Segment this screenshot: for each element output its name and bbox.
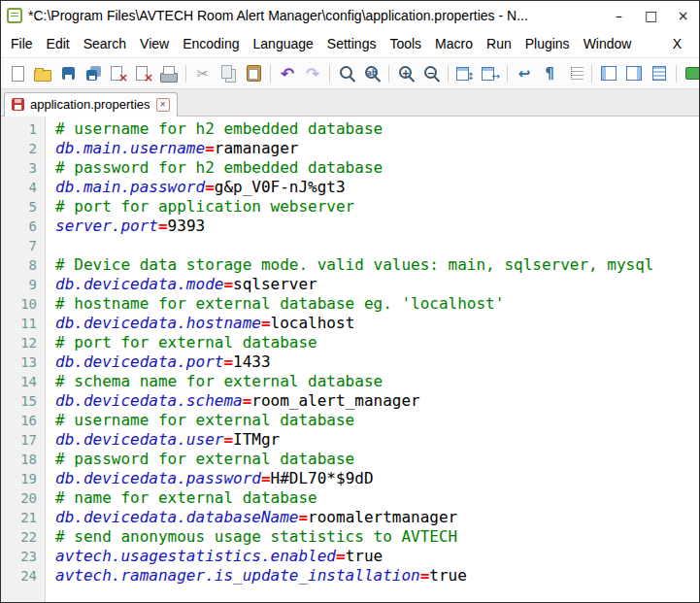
- menu-item-plugins[interactable]: Plugins: [518, 33, 577, 54]
- maximize-button[interactable]: □: [635, 1, 667, 30]
- code-line[interactable]: db.devicedata.hostname=localhost: [55, 314, 699, 333]
- code-line[interactable]: # username for external database: [55, 411, 699, 430]
- redo-icon[interactable]: ↷: [301, 62, 324, 85]
- function-list-icon[interactable]: [597, 62, 620, 85]
- document-list-icon[interactable]: [648, 62, 671, 85]
- token-value[interactable]: H#DL70*$9dD: [271, 469, 374, 487]
- code-line[interactable]: db.devicedata.mode=sqlserver: [55, 275, 699, 294]
- token-comment[interactable]: # port for external database: [55, 333, 317, 352]
- indent-guide-icon[interactable]: [563, 62, 586, 85]
- token-assign[interactable]: =: [223, 352, 233, 371]
- code-line[interactable]: server.port=9393: [55, 217, 699, 236]
- token-comment[interactable]: # Device data storage mode. valid values…: [55, 255, 654, 274]
- save-all-icon[interactable]: [82, 62, 105, 85]
- token-assign[interactable]: =: [223, 275, 233, 293]
- token-key[interactable]: db.devicedata.user: [55, 430, 223, 449]
- token-key[interactable]: avtech.usagestatistics.enabled: [55, 547, 336, 565]
- token-comment[interactable]: # send anonymous usage statistics to AVT…: [55, 527, 457, 546]
- menu-item-x[interactable]: X: [666, 33, 688, 54]
- token-value[interactable]: true: [429, 566, 467, 585]
- token-value[interactable]: ramanager: [215, 139, 299, 157]
- code-line[interactable]: db.main.username=ramanager: [55, 139, 699, 158]
- code-line[interactable]: [55, 236, 699, 255]
- word-wrap-icon[interactable]: ↩: [513, 62, 536, 85]
- token-value[interactable]: 9393: [168, 217, 206, 235]
- token-assign[interactable]: =: [420, 566, 430, 585]
- code-line[interactable]: # schema name for external database: [55, 372, 699, 391]
- token-key[interactable]: db.devicedata.schema: [55, 391, 243, 410]
- editor[interactable]: 123456789101112131415161718192021222324 …: [1, 117, 699, 602]
- code-line[interactable]: # password for h2 embedded database: [55, 158, 699, 178]
- token-value[interactable]: g&p_V0F-nJ%gt3: [215, 178, 346, 196]
- tab-close-button[interactable]: ×: [156, 98, 170, 112]
- editor-code[interactable]: # username for h2 embedded databasedb.ma…: [46, 117, 699, 602]
- token-comment[interactable]: # password for external database: [55, 450, 354, 468]
- sync-horizontal-icon[interactable]: [479, 62, 502, 85]
- token-assign[interactable]: =: [223, 430, 233, 449]
- token-assign[interactable]: =: [205, 139, 215, 157]
- sync-vertical-icon[interactable]: [453, 62, 477, 85]
- cut-icon[interactable]: ✂: [191, 62, 215, 85]
- code-line[interactable]: # port for external database: [55, 333, 699, 352]
- code-line[interactable]: # name for external database: [55, 488, 699, 508]
- undo-icon[interactable]: ↶: [276, 62, 299, 85]
- token-comment[interactable]: # name for external database: [55, 488, 317, 507]
- token-value[interactable]: 1433: [233, 352, 271, 371]
- token-value[interactable]: true: [346, 547, 383, 565]
- token-assign[interactable]: =: [158, 217, 168, 235]
- code-line[interactable]: db.devicedata.password=H#DL70*$9dD: [55, 469, 699, 488]
- code-line[interactable]: # hostname for external database eg. 'lo…: [55, 294, 699, 314]
- token-value[interactable]: room_alert_manager: [251, 391, 419, 410]
- token-value[interactable]: roomalertmanager: [308, 508, 457, 526]
- close-all-icon[interactable]: [132, 62, 155, 85]
- new-file-icon[interactable]: [6, 62, 29, 85]
- token-assign[interactable]: =: [243, 391, 252, 410]
- code-line[interactable]: db.devicedata.user=ITMgr: [55, 430, 699, 450]
- token-assign[interactable]: =: [261, 469, 271, 487]
- menu-item-language[interactable]: Language: [247, 33, 320, 54]
- token-value[interactable]: ITMgr: [233, 430, 280, 449]
- menu-item-edit[interactable]: Edit: [40, 33, 77, 54]
- menu-item-settings[interactable]: Settings: [320, 33, 383, 54]
- token-key[interactable]: db.devicedata.password: [55, 469, 261, 487]
- monitoring-icon[interactable]: [682, 62, 700, 85]
- zoom-out-icon[interactable]: −: [419, 62, 443, 85]
- token-key[interactable]: db.devicedata.hostname: [55, 314, 261, 332]
- copy-icon[interactable]: [217, 62, 240, 85]
- code-line[interactable]: db.main.password=g&p_V0F-nJ%gt3: [55, 178, 699, 197]
- find-icon[interactable]: [335, 62, 358, 85]
- code-line[interactable]: db.devicedata.schema=room_alert_manager: [55, 391, 699, 411]
- token-key[interactable]: db.devicedata.mode: [55, 275, 223, 293]
- token-assign[interactable]: =: [261, 314, 271, 332]
- tab-application-properties[interactable]: application.properties ×: [4, 92, 178, 117]
- menu-item-search[interactable]: Search: [77, 33, 133, 54]
- token-comment[interactable]: # hostname for external database eg. 'lo…: [55, 294, 504, 313]
- code-line[interactable]: # Device data storage mode. valid values…: [55, 255, 699, 275]
- menu-item-encoding[interactable]: Encoding: [176, 33, 246, 54]
- code-line[interactable]: # password for external database: [55, 450, 699, 469]
- zoom-in-icon[interactable]: +: [394, 62, 417, 85]
- save-icon[interactable]: [56, 62, 80, 85]
- token-value[interactable]: localhost: [271, 314, 355, 332]
- code-line[interactable]: avtech.ramanager.is_update_installation=…: [55, 566, 699, 586]
- code-line[interactable]: # username for h2 embedded database: [55, 119, 699, 139]
- menu-item-view[interactable]: View: [133, 33, 176, 54]
- code-line[interactable]: avtech.usagestatistics.enabled=true: [55, 547, 699, 566]
- minimize-button[interactable]: –: [603, 1, 635, 30]
- token-comment[interactable]: # username for h2 embedded database: [55, 119, 383, 138]
- token-assign[interactable]: =: [205, 178, 215, 196]
- menu-item-file[interactable]: File: [4, 33, 40, 54]
- menu-item-tools[interactable]: Tools: [383, 33, 428, 54]
- menu-item-macro[interactable]: Macro: [428, 33, 480, 54]
- token-comment[interactable]: # port for application webserver: [55, 197, 354, 216]
- token-assign[interactable]: =: [336, 547, 346, 565]
- token-key[interactable]: server.port: [55, 217, 158, 235]
- print-icon[interactable]: [157, 62, 181, 85]
- show-all-chars-icon[interactable]: ¶: [538, 62, 561, 85]
- token-key[interactable]: db.main.password: [55, 178, 205, 196]
- menu-item-run[interactable]: Run: [480, 33, 518, 54]
- menu-item-window[interactable]: Window: [577, 33, 639, 54]
- token-key[interactable]: avtech.ramanager.is_update_installation: [55, 566, 420, 585]
- token-key[interactable]: db.main.username: [55, 139, 205, 157]
- code-line[interactable]: # send anonymous usage statistics to AVT…: [55, 527, 699, 547]
